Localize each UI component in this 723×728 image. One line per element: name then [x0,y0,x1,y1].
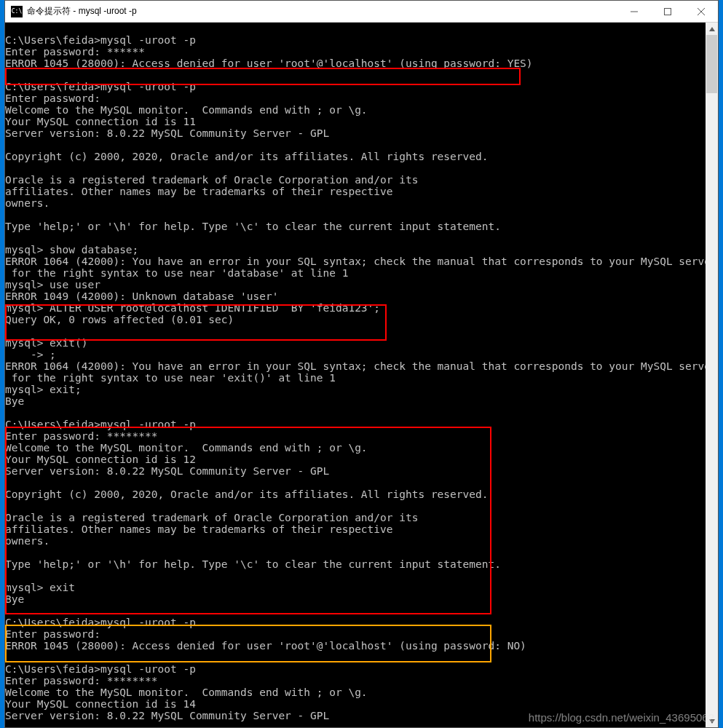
terminal-line [5,69,706,81]
terminal-line [5,232,706,244]
terminal-line: Copyright (c) 2000, 2020, Oracle and/or … [5,488,706,500]
terminal-line: C:\Users\feida>mysql -uroot -p [5,34,706,46]
terminal-line [5,547,706,558]
terminal-line [5,652,706,663]
scrollbar-up-arrow[interactable] [706,23,718,35]
terminal-line: C:\Users\feida>mysql -uroot -p [5,81,706,92]
terminal-line: Oracle is a registered trademark of Orac… [5,512,706,523]
terminal-line: mysql> ALTER USER root@localhost IDENTIF… [5,302,706,314]
terminal-line: Your MySQL connection id is 12 [5,454,706,465]
terminal-line: mysql> show database; [5,244,706,256]
terminal-output[interactable]: C:\Users\feida>mysql -uroot -pEnter pass… [5,23,706,727]
terminal-line: Oracle is a registered trademark of Orac… [5,174,706,186]
terminal-line: mysql> exit; [5,384,706,395]
terminal-line: for the right syntax to use near 'databa… [5,267,706,279]
terminal-line [5,500,706,512]
terminal-line: Server version: 8.0.22 MySQL Community S… [5,465,706,477]
terminal-line: Your MySQL connection id is 11 [5,116,706,127]
terminal-line: Enter password: [5,92,706,104]
window-title: 命令提示符 - mysql -uroot -p [27,5,137,17]
titlebar[interactable]: C:\ 命令提示符 - mysql -uroot -p [5,1,718,23]
terminal-line [5,477,706,488]
svg-rect-1 [665,8,671,15]
scrollbar-thumb[interactable] [706,35,717,93]
terminal-line [5,605,706,617]
terminal-line [5,209,706,221]
terminal-line: Query OK, 0 rows affected (0.01 sec) [5,314,706,325]
terminal-line: Copyright (c) 2000, 2020, Oracle and/or … [5,151,706,162]
scrollbar-track[interactable] [706,35,718,715]
svg-marker-4 [709,27,715,31]
terminal-line: Enter password: ****** [5,46,706,58]
terminal-line: Enter password: [5,628,706,640]
terminal-line: mysql> use user [5,279,706,290]
cmd-icon: C:\ [11,6,23,17]
terminal-line: ERROR 1045 (28000): Access denied for us… [5,58,706,69]
terminal-line: owners. [5,535,706,547]
app-window: C:\ 命令提示符 - mysql -uroot -p C:\Users\fei… [4,0,719,728]
terminal-line [5,162,706,174]
scrollbar-down-arrow[interactable] [706,715,718,727]
terminal-line: ERROR 1064 (42000): You have an error in… [5,256,706,267]
close-button[interactable] [684,1,718,23]
terminal-line [5,570,706,582]
terminal-line: mysql> exit() [5,337,706,349]
client-area: C:\Users\feida>mysql -uroot -pEnter pass… [5,23,718,727]
terminal-line: C:\Users\feida>mysql -uroot -p [5,663,706,675]
terminal-line: ERROR 1064 (42000): You have an error in… [5,360,706,372]
terminal-line: mysql> exit [5,582,706,593]
terminal-line [5,325,706,337]
terminal-line [5,407,706,419]
minimize-button[interactable] [617,1,651,23]
terminal-line: C:\Users\feida>mysql -uroot -p [5,419,706,430]
terminal-line: Bye [5,395,706,407]
terminal-line: C:\Users\feida>mysql -uroot -p [5,617,706,628]
terminal-line: ERROR 1045 (28000): Access denied for us… [5,640,706,652]
terminal-line: affiliates. Other names may be trademark… [5,523,706,535]
terminal-line [5,23,706,34]
terminal-line: Your MySQL connection id is 14 [5,698,706,710]
terminal-line: Enter password: ******** [5,675,706,687]
terminal-line: Enter password: ******** [5,430,706,442]
terminal-line: Bye [5,593,706,605]
terminal-line: Type 'help;' or '\h' for help. Type '\c'… [5,221,706,232]
terminal-line [5,139,706,151]
vertical-scrollbar[interactable] [706,23,718,727]
maximize-button[interactable] [651,1,684,23]
terminal-line: Welcome to the MySQL monitor. Commands e… [5,687,706,698]
terminal-line: affiliates. Other names may be trademark… [5,186,706,197]
terminal-line: -> ; [5,349,706,360]
terminal-line: Server version: 8.0.22 MySQL Community S… [5,710,706,721]
svg-marker-5 [709,719,715,724]
terminal-line: Server version: 8.0.22 MySQL Community S… [5,127,706,139]
terminal-line: for the right syntax to use near 'exit()… [5,372,706,384]
terminal-line: Welcome to the MySQL monitor. Commands e… [5,442,706,454]
terminal-line: Welcome to the MySQL monitor. Commands e… [5,104,706,116]
terminal-line: Type 'help;' or '\h' for help. Type '\c'… [5,558,706,570]
terminal-line: owners. [5,197,706,209]
terminal-line: ERROR 1049 (42000): Unknown database 'us… [5,290,706,302]
